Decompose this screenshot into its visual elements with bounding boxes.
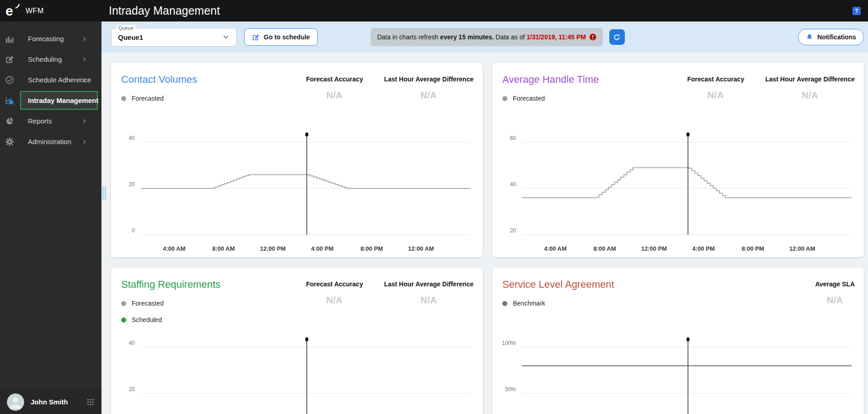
stat-value: N/A — [306, 90, 363, 101]
brand: e WFM — [0, 3, 101, 19]
legend-dot-icon — [121, 96, 126, 101]
stat-label: Average SLA — [815, 280, 855, 288]
chevron-right-icon — [81, 36, 88, 42]
svg-text:60: 60 — [510, 135, 517, 141]
sidebar: ForecastingSchedulingSchedule AdherenceI… — [0, 22, 101, 414]
product-name: WFM — [26, 7, 44, 15]
svg-text:0: 0 — [132, 227, 135, 234]
stat-label: Forecast Accuracy — [687, 75, 744, 83]
toolbar: Queue Queue1 Go to schedule Data in char… — [101, 22, 868, 53]
refresh-icon — [612, 33, 621, 42]
app-grid-icon[interactable] — [87, 398, 94, 406]
top-bar: e WFM Intraday Management ? — [0, 0, 868, 22]
legend-dot-icon — [121, 317, 126, 323]
svg-text:20: 20 — [129, 386, 135, 392]
svg-text:20: 20 — [129, 181, 135, 188]
sidebar-item-administration[interactable]: Administration — [0, 131, 101, 152]
help-icon[interactable]: ? — [852, 7, 861, 15]
sidebar-item-label: Administration — [28, 138, 71, 145]
stat: Last Hour Average DifferenceN/A — [384, 75, 474, 101]
page-title: Intraday Management — [109, 4, 220, 17]
chevron-right-icon — [81, 77, 88, 83]
stat-label: Last Hour Average Difference — [765, 75, 855, 83]
card-stats: Forecast AccuracyN/ALast Hour Average Di… — [306, 280, 474, 306]
go-to-schedule-label: Go to schedule — [264, 33, 310, 41]
user-row[interactable]: John Smith — [0, 390, 101, 414]
svg-text:8:00 PM: 8:00 PM — [360, 245, 383, 252]
error-icon — [589, 33, 596, 41]
svg-text:4:00 AM: 4:00 AM — [163, 245, 185, 252]
sidebar-item-label: Forecasting — [28, 35, 64, 43]
avatar — [7, 393, 24, 411]
svg-text:40: 40 — [129, 340, 135, 346]
app-logo-icon: e — [5, 3, 21, 19]
legend-label: Benchmark — [513, 300, 545, 307]
card-legend: Forecasted — [502, 94, 545, 110]
sidebar-item-label: Scheduling — [28, 55, 62, 63]
stat-label: Forecast Accuracy — [306, 280, 363, 288]
card-legend: Benchmark — [502, 299, 545, 315]
chevron-right-icon — [81, 118, 88, 124]
stat-label: Forecast Accuracy — [306, 75, 363, 83]
sidebar-item-forecasting[interactable]: Forecasting — [0, 28, 101, 49]
chart-plot: 020404:00 AM8:00 AM12:00 PM4:00 PM8:00 P… — [120, 127, 474, 257]
notice-middle: Data as of — [494, 33, 527, 41]
legend-item: Forecasted — [121, 299, 164, 308]
stat-label: Last Hour Average Difference — [384, 75, 474, 83]
card-title: Average Handle Time — [502, 74, 599, 86]
card-legend: ForecastedScheduled — [121, 299, 164, 332]
refresh-button[interactable] — [609, 29, 625, 45]
legend-dot-icon — [502, 96, 507, 101]
card-stats: Average SLAN/A — [815, 280, 855, 306]
card-stats: Forecast AccuracyN/ALast Hour Average Di… — [687, 75, 855, 101]
notifications-button[interactable]: Notifications — [798, 29, 864, 45]
chart-card-staffing-requirements: Staffing RequirementsForecast AccuracyN/… — [111, 268, 483, 414]
legend-item: Benchmark — [502, 299, 545, 308]
logo-accent-icon — [15, 4, 20, 9]
sidebar-item-intraday-management[interactable]: Intraday Management — [0, 90, 101, 111]
stat: Forecast AccuracyN/A — [306, 75, 363, 101]
check-circle-icon — [5, 75, 14, 85]
sidebar-item-box: Intraday Management — [20, 91, 98, 110]
svg-text:8:00 PM: 8:00 PM — [741, 245, 764, 252]
legend-item: Forecasted — [502, 94, 545, 103]
card-stats: Forecast AccuracyN/ALast Hour Average Di… — [306, 75, 474, 101]
go-to-schedule-button[interactable]: Go to schedule — [244, 28, 318, 46]
svg-text:40: 40 — [510, 181, 517, 188]
legend-item: Forecasted — [121, 94, 164, 103]
card-legend: Forecasted — [121, 94, 164, 110]
sidebar-item-reports[interactable]: Reports — [0, 111, 101, 131]
sidebar-item-schedule-adherence[interactable]: Schedule Adherence — [0, 70, 101, 90]
card-title: Service Level Agreement — [502, 279, 614, 290]
chart-card-average-handle-time: Average Handle TimeForecast AccuracyN/AL… — [492, 63, 864, 257]
notice-timestamp: 1/31/2019, 11:45 PM — [527, 33, 586, 41]
svg-text:12:00 PM: 12:00 PM — [641, 245, 667, 252]
chevron-down-icon — [222, 33, 230, 41]
stat-value: N/A — [384, 90, 474, 101]
svg-text:8:00 AM: 8:00 AM — [593, 245, 616, 252]
svg-text:4:00 PM: 4:00 PM — [692, 245, 714, 252]
chevron-right-icon — [81, 56, 88, 63]
sidebar-item-label: Intraday Management — [28, 97, 98, 104]
legend-label: Forecasted — [132, 95, 164, 102]
legend-item: Scheduled — [121, 315, 164, 324]
svg-text:100%: 100% — [502, 340, 516, 346]
svg-text:12:00 AM: 12:00 AM — [408, 245, 434, 252]
stat: Last Hour Average DifferenceN/A — [384, 280, 474, 306]
svg-text:4:00 AM: 4:00 AM — [544, 245, 566, 252]
stat-value: N/A — [815, 295, 855, 306]
chart-card-contact-volumes: Contact VolumesForecast AccuracyN/ALast … — [111, 63, 483, 257]
notice-interval: every 15 minutes. — [440, 33, 494, 41]
bell-icon — [806, 33, 813, 41]
notifications-label: Notifications — [817, 33, 856, 41]
legend-label: Forecasted — [132, 300, 164, 307]
sidebar-resize-handle[interactable] — [102, 186, 106, 200]
pie-chart-icon — [5, 117, 14, 126]
stat-value: N/A — [765, 90, 855, 101]
queue-select[interactable]: Queue Queue1 — [111, 28, 237, 47]
legend-dot-icon — [502, 301, 507, 306]
chart-grid: Contact VolumesForecast AccuracyN/ALast … — [101, 53, 868, 414]
stat: Last Hour Average DifferenceN/A — [765, 75, 855, 101]
chart-plot: 2040604:00 AM8:00 AM12:00 PM4:00 PM8:00 … — [501, 127, 855, 257]
sidebar-item-scheduling[interactable]: Scheduling — [0, 49, 101, 70]
